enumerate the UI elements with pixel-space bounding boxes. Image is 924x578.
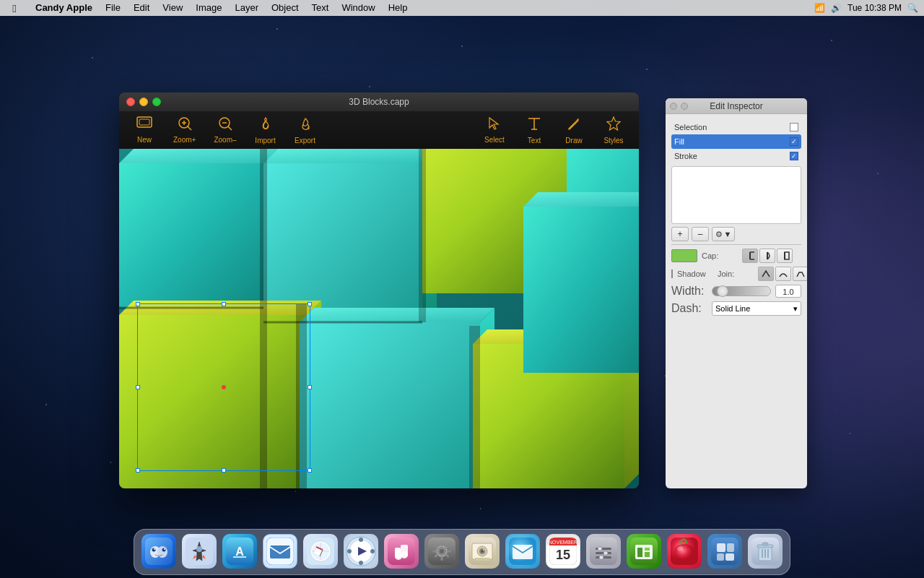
cap-round-button[interactable] xyxy=(759,249,775,263)
selection-checkbox[interactable] xyxy=(790,123,798,131)
remove-fill-button[interactable]: – xyxy=(692,227,709,241)
menubar-window[interactable]: Window xyxy=(335,0,381,16)
fill-label: Fill xyxy=(674,137,684,146)
svg-rect-110 xyxy=(645,552,650,557)
cap-square-button[interactable] xyxy=(777,249,793,263)
inspector-close[interactable] xyxy=(670,103,677,110)
svg-point-66 xyxy=(359,538,363,542)
new-button[interactable]: New xyxy=(126,113,162,147)
join-bevel-button[interactable] xyxy=(793,267,807,281)
add-icon: + xyxy=(677,229,682,239)
svg-point-104 xyxy=(598,547,602,551)
dash-label: Dash: xyxy=(671,302,707,315)
canvas-content[interactable] xyxy=(119,149,639,488)
width-value[interactable]: 1.0 xyxy=(775,285,801,298)
dock-item-mail-letter[interactable] xyxy=(261,532,299,570)
dock-item-launchpad[interactable] xyxy=(180,532,218,570)
svg-marker-11 xyxy=(119,149,278,163)
dock-item-numbers[interactable] xyxy=(625,532,663,570)
maximize-button[interactable] xyxy=(152,98,161,106)
select-button[interactable]: Select xyxy=(476,113,513,147)
svg-rect-115 xyxy=(717,543,725,552)
dock-item-mail2[interactable] xyxy=(504,532,541,570)
import-button[interactable]: Import xyxy=(248,113,284,147)
svg-marker-30 xyxy=(523,207,639,373)
dock-item-trash[interactable] xyxy=(746,532,784,570)
svg-marker-21 xyxy=(119,315,307,488)
menubar-view[interactable]: View xyxy=(156,0,189,16)
dock-item-finder[interactable] xyxy=(140,532,178,570)
trash-icon xyxy=(748,534,783,569)
svg-marker-25 xyxy=(300,308,494,322)
styles-button[interactable]: Styles xyxy=(596,113,632,147)
dock: A xyxy=(134,529,790,575)
add-fill-button[interactable]: + xyxy=(671,227,689,241)
width-slider[interactable] xyxy=(712,286,771,296)
svg-marker-10 xyxy=(119,163,263,308)
width-slider-thumb[interactable] xyxy=(717,285,728,297)
zoom-out-button[interactable]: Zoom– xyxy=(206,113,243,147)
menubar-help[interactable]: Help xyxy=(382,0,414,16)
dock-item-quicktime[interactable] xyxy=(342,532,380,570)
export-button[interactable]: Export xyxy=(287,113,323,147)
dock-item-utilities[interactable] xyxy=(585,532,622,570)
dock-item-iphoto[interactable] xyxy=(463,532,501,570)
svg-rect-100 xyxy=(590,538,617,565)
menubar-edit[interactable]: Edit xyxy=(127,0,156,16)
svg-rect-111 xyxy=(645,548,650,551)
draw-button[interactable]: Draw xyxy=(556,113,592,147)
shadow-checkbox[interactable] xyxy=(671,269,673,278)
svg-rect-34 xyxy=(296,304,307,488)
wifi-icon: 📶 xyxy=(814,3,825,13)
styles-icon xyxy=(606,116,622,135)
canvas-svg xyxy=(119,149,639,488)
inspector-min[interactable] xyxy=(681,103,688,110)
stroke-checkbox[interactable] xyxy=(790,152,798,160)
svg-point-105 xyxy=(603,551,608,556)
calendar-icon: 15 NOVEMBER xyxy=(546,534,580,569)
menubar-app-name[interactable]: Candy Apple xyxy=(29,0,99,16)
text-button[interactable]: Text xyxy=(516,113,552,147)
svg-text:15: 15 xyxy=(556,548,570,562)
color-swatch[interactable] xyxy=(671,249,697,262)
window-title: 3D Blocks.capp xyxy=(349,97,409,107)
search-icon[interactable]: 🔍 xyxy=(907,3,918,13)
edit-inspector: Edit Inspector Selection Fill Stroke + – xyxy=(666,98,807,488)
dash-select[interactable]: Solid Line ▾ xyxy=(712,301,801,316)
dock-item-itunes[interactable] xyxy=(383,532,420,570)
join-miter-button[interactable] xyxy=(758,267,774,281)
dock-item-stack[interactable] xyxy=(706,532,744,570)
dock-item-safari[interactable] xyxy=(302,532,339,570)
dock-item-system-prefs[interactable] xyxy=(423,532,461,570)
stack-icon xyxy=(707,534,742,569)
shadow-label: Shadow xyxy=(677,269,713,278)
menubar-file[interactable]: File xyxy=(99,0,127,16)
export-label: Export xyxy=(295,137,315,144)
dock-item-appstore[interactable]: A xyxy=(221,532,258,570)
close-button[interactable] xyxy=(126,98,135,106)
shadow-join-row: Shadow Join: xyxy=(671,267,801,281)
join-round-button[interactable] xyxy=(775,267,791,281)
inspector-stroke-row[interactable]: Stroke xyxy=(671,149,801,163)
svg-point-52 xyxy=(196,546,202,552)
fill-list-area xyxy=(671,166,801,224)
svg-point-91 xyxy=(483,549,484,551)
svg-rect-118 xyxy=(725,553,734,561)
gear-button[interactable]: ⚙ ▼ xyxy=(712,227,735,241)
menubar-object[interactable]: Object xyxy=(265,0,305,16)
menubar-layer[interactable]: Layer xyxy=(228,0,265,16)
menubar-image[interactable]: Image xyxy=(189,0,228,16)
svg-point-68 xyxy=(347,549,352,553)
cap-flat-button[interactable] xyxy=(742,249,758,263)
zoom-in-button[interactable]: Zoom+ xyxy=(166,113,203,147)
fill-checkbox[interactable] xyxy=(790,137,798,146)
svg-marker-13 xyxy=(263,163,422,322)
inspector-fill-row[interactable]: Fill xyxy=(671,134,801,149)
svg-rect-57 xyxy=(270,545,290,558)
svg-rect-109 xyxy=(637,548,642,557)
apple-menu[interactable]:  xyxy=(0,2,29,14)
menubar-text[interactable]: Text xyxy=(305,0,336,16)
dock-item-calendar[interactable]: 15 NOVEMBER xyxy=(544,532,582,570)
dock-item-candy-apple[interactable] xyxy=(666,532,703,570)
minimize-button[interactable] xyxy=(139,98,148,106)
